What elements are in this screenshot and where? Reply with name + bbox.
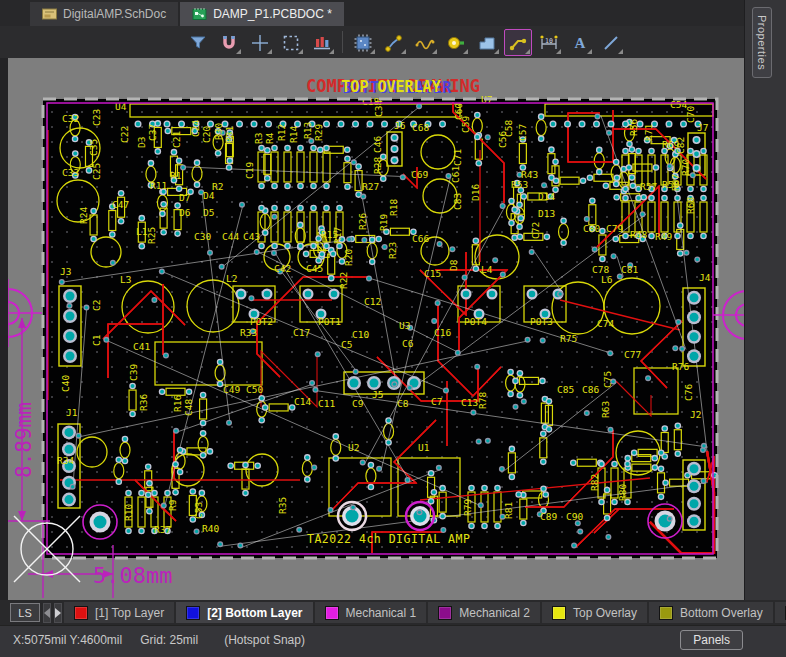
svg-text:J3: J3 [60, 266, 71, 277]
pad-tool-button[interactable] [308, 29, 336, 56]
svg-text:L6: L6 [601, 274, 613, 285]
place-component-button[interactable] [349, 29, 377, 56]
layer-tab-bottom-overlay[interactable]: Bottom Overlay [649, 602, 773, 623]
svg-text:R37: R37 [154, 524, 171, 535]
grid-setting: Grid: 25mil [140, 633, 198, 647]
left-edge-strip [0, 58, 8, 600]
svg-text:C39: C39 [128, 364, 139, 381]
svg-text:C50: C50 [246, 384, 263, 395]
trace-tool-button[interactable] [504, 29, 532, 56]
svg-text:C1: C1 [91, 334, 102, 346]
svg-text:C70: C70 [685, 106, 696, 123]
svg-text:R31: R31 [224, 126, 235, 143]
layer-tab-bottom-layer[interactable]: [2] Bottom Layer [176, 602, 312, 623]
interactive-route-button[interactable] [380, 29, 408, 56]
svg-text:R17: R17 [332, 227, 343, 244]
via-icon [446, 33, 466, 53]
svg-text:R40: R40 [202, 523, 219, 534]
svg-text:C5: C5 [341, 339, 352, 350]
svg-text:R79: R79 [462, 499, 473, 516]
layer-string-yellow: TOP OVERLAY [341, 78, 440, 96]
cross-cursor-icon [250, 33, 270, 53]
layer-tab-top-layer[interactable]: [1] Top Layer [64, 602, 174, 623]
svg-text:POT3: POT3 [530, 316, 553, 327]
svg-text:D8: D8 [448, 259, 459, 271]
svg-text:R3: R3 [253, 133, 264, 144]
svg-text:C76: C76 [683, 384, 694, 401]
svg-text:R12: R12 [276, 124, 287, 141]
svg-text:D14: D14 [538, 191, 555, 202]
svg-text:A: A [575, 35, 586, 51]
svg-text:R48: R48 [630, 229, 647, 240]
svg-text:L3: L3 [120, 274, 131, 285]
dimension-tool-button[interactable]: 10 [535, 29, 563, 56]
svg-text:C58: C58 [503, 120, 514, 137]
tab-pcbdoc[interactable]: DAMP_P1.PCBDOC * [180, 2, 344, 26]
svg-text:R57: R57 [640, 181, 657, 192]
svg-text:C12: C12 [364, 296, 381, 307]
snap-tool-button[interactable] [215, 29, 243, 56]
layer-tab-label: Mechanical 2 [459, 606, 530, 620]
layer-tab-label: [1] Top Layer [95, 606, 164, 620]
layer-tab-mechanical-2[interactable]: Mechanical 2 [428, 602, 540, 623]
differential-pair-button[interactable] [411, 29, 439, 56]
svg-text:C81: C81 [621, 264, 638, 275]
svg-text:R70: R70 [680, 159, 691, 176]
area-select-button[interactable] [277, 29, 305, 56]
magnet-icon [219, 33, 239, 53]
tab-schdoc[interactable]: DigitalAMP.SchDoc [30, 2, 178, 26]
cursor-coordinates: X:5075mil Y:4600mil [13, 633, 122, 647]
svg-text:10: 10 [545, 36, 553, 44]
scroll-layers-right-button[interactable] [54, 603, 62, 623]
svg-text:POT4: POT4 [464, 316, 487, 327]
svg-text:R71: R71 [643, 124, 654, 141]
svg-text:C34: C34 [373, 100, 384, 117]
panels-button[interactable]: Panels [680, 630, 743, 650]
svg-text:J1: J1 [66, 407, 78, 418]
svg-text:C40: C40 [60, 375, 71, 392]
layer-tab-top-overlay[interactable]: Top Overlay [542, 602, 647, 623]
svg-text:C74: C74 [597, 318, 614, 329]
svg-text:R30: R30 [213, 123, 224, 140]
layer-tab-top-paste[interactable]: Top [775, 602, 786, 623]
svg-text:R18: R18 [388, 199, 399, 216]
filter-tool-button[interactable] [184, 29, 212, 56]
text-tool-button[interactable]: A [566, 29, 594, 56]
filter-icon [188, 33, 208, 53]
tab-pcbdoc-label: DAMP_P1.PCBDOC * [213, 7, 332, 21]
svg-text:R11: R11 [150, 180, 167, 191]
pad-stack-icon [312, 33, 332, 53]
route-icon [384, 33, 404, 53]
layer-color-swatch [186, 606, 200, 620]
svg-text:C7: C7 [431, 396, 442, 407]
svg-text:POT2: POT2 [250, 316, 273, 327]
polygon-icon [477, 33, 497, 53]
move-tool-button[interactable] [246, 29, 274, 56]
svg-text:C46: C46 [372, 136, 383, 153]
svg-text:R10: R10 [123, 504, 134, 521]
scroll-layers-left-button[interactable] [43, 603, 51, 623]
svg-text:C17: C17 [293, 327, 310, 338]
svg-text:D5: D5 [203, 207, 214, 218]
svg-text:R76: R76 [672, 361, 689, 372]
svg-text:R36: R36 [138, 394, 149, 411]
svg-text:J4: J4 [699, 272, 711, 283]
via-tool-button[interactable] [442, 29, 470, 56]
svg-text:R75: R75 [560, 333, 577, 344]
svg-text:C79: C79 [606, 223, 623, 234]
layer-set-button[interactable]: LS [10, 603, 40, 622]
properties-panel-tab[interactable]: Properties [752, 7, 772, 78]
right-panel-strip: Properties [744, 0, 786, 600]
svg-text:C32: C32 [62, 113, 79, 124]
svg-text:C59: C59 [460, 116, 471, 133]
polygon-pour-button[interactable] [473, 29, 501, 56]
layer-tab-mechanical-1[interactable]: Mechanical 1 [315, 602, 427, 623]
layer-color-swatch [659, 606, 673, 620]
svg-text:C66: C66 [412, 233, 429, 244]
line-tool-button[interactable] [597, 29, 625, 56]
svg-text:R35: R35 [277, 497, 288, 514]
svg-text:C72: C72 [530, 222, 541, 239]
pcb-canvas[interactable]: C32C23U4C22C35C33C25D3C37C21C24C20R30R31… [8, 58, 745, 600]
svg-text:R26: R26 [357, 213, 368, 230]
svg-text:D4: D4 [203, 190, 215, 201]
